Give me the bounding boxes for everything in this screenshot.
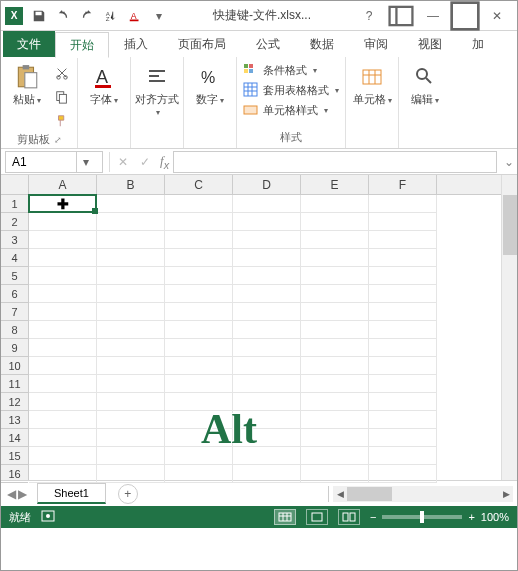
- cell[interactable]: [97, 411, 165, 429]
- col-header[interactable]: E: [301, 175, 369, 194]
- hscroll-right-icon[interactable]: ▶: [499, 489, 513, 499]
- row-header[interactable]: 15: [1, 447, 28, 465]
- cell[interactable]: [369, 213, 437, 231]
- cell[interactable]: [165, 267, 233, 285]
- cell[interactable]: [165, 339, 233, 357]
- zoom-in-icon[interactable]: +: [468, 511, 474, 523]
- cell[interactable]: [369, 303, 437, 321]
- copy-icon[interactable]: [51, 87, 73, 107]
- cell[interactable]: [97, 213, 165, 231]
- sheet-tab[interactable]: Sheet1: [37, 483, 106, 504]
- cell[interactable]: [369, 465, 437, 483]
- cell[interactable]: [369, 267, 437, 285]
- expand-formula-icon[interactable]: ⌄: [501, 155, 517, 169]
- row-header[interactable]: 5: [1, 267, 28, 285]
- row-header[interactable]: 9: [1, 339, 28, 357]
- fx-icon[interactable]: fx: [160, 153, 169, 171]
- cell[interactable]: [165, 195, 233, 213]
- name-box-dropdown-icon[interactable]: ▾: [76, 152, 94, 172]
- cell[interactable]: [97, 321, 165, 339]
- name-box[interactable]: ▾: [5, 151, 103, 173]
- tab-more[interactable]: 加: [457, 31, 499, 57]
- cell[interactable]: [301, 285, 369, 303]
- sheet-nav-prev-icon[interactable]: ◀: [7, 487, 16, 501]
- cells-area[interactable]: ✚: [29, 195, 501, 480]
- cell[interactable]: [233, 375, 301, 393]
- row-header[interactable]: 16: [1, 465, 28, 483]
- cell[interactable]: [233, 285, 301, 303]
- cell[interactable]: [369, 357, 437, 375]
- cell[interactable]: [165, 213, 233, 231]
- column-headers[interactable]: ABCDEF: [29, 175, 501, 195]
- row-header[interactable]: 2: [1, 213, 28, 231]
- cell[interactable]: [165, 249, 233, 267]
- cell[interactable]: [29, 249, 97, 267]
- cell[interactable]: [97, 231, 165, 249]
- font-color-icon[interactable]: A: [123, 4, 147, 28]
- row-headers[interactable]: 12345678910111213141516: [1, 195, 29, 480]
- close-icon[interactable]: ✕: [481, 4, 513, 28]
- cell[interactable]: [301, 339, 369, 357]
- cell[interactable]: [369, 393, 437, 411]
- cell[interactable]: [233, 303, 301, 321]
- tab-review[interactable]: 审阅: [349, 31, 403, 57]
- cell[interactable]: [369, 285, 437, 303]
- paste-button[interactable]: 粘贴▾: [5, 59, 49, 107]
- tab-formula[interactable]: 公式: [241, 31, 295, 57]
- cell[interactable]: [233, 465, 301, 483]
- cell[interactable]: [301, 393, 369, 411]
- row-header[interactable]: 13: [1, 411, 28, 429]
- cell[interactable]: [301, 357, 369, 375]
- cell[interactable]: [165, 231, 233, 249]
- zoom-out-icon[interactable]: −: [370, 511, 376, 523]
- cell[interactable]: [97, 267, 165, 285]
- cell[interactable]: [233, 267, 301, 285]
- cell[interactable]: [97, 447, 165, 465]
- cell[interactable]: [369, 321, 437, 339]
- conditional-format-button[interactable]: 条件格式▾: [241, 61, 341, 79]
- cell[interactable]: [29, 375, 97, 393]
- cell[interactable]: [233, 411, 301, 429]
- cell[interactable]: [165, 411, 233, 429]
- cell[interactable]: [97, 195, 165, 213]
- formula-input[interactable]: [173, 151, 497, 173]
- cell[interactable]: [301, 303, 369, 321]
- cell[interactable]: [369, 411, 437, 429]
- spreadsheet-grid[interactable]: ABCDEF 12345678910111213141516 ✚ Alt: [1, 175, 517, 480]
- cell[interactable]: [369, 429, 437, 447]
- row-header[interactable]: 12: [1, 393, 28, 411]
- tab-data[interactable]: 数据: [295, 31, 349, 57]
- cell[interactable]: [233, 213, 301, 231]
- row-header[interactable]: 10: [1, 357, 28, 375]
- col-header[interactable]: B: [97, 175, 165, 194]
- tab-layout[interactable]: 页面布局: [163, 31, 241, 57]
- cell[interactable]: [29, 339, 97, 357]
- cell[interactable]: [165, 465, 233, 483]
- cell[interactable]: [29, 213, 97, 231]
- cell[interactable]: [165, 321, 233, 339]
- cell[interactable]: [97, 393, 165, 411]
- cell[interactable]: [29, 411, 97, 429]
- col-header[interactable]: F: [369, 175, 437, 194]
- horizontal-scrollbar[interactable]: ◀ ▶: [333, 486, 513, 502]
- row-header[interactable]: 1: [1, 195, 28, 213]
- active-cell[interactable]: ✚: [28, 194, 97, 213]
- cell[interactable]: [233, 195, 301, 213]
- cell[interactable]: [97, 249, 165, 267]
- cell[interactable]: [301, 429, 369, 447]
- cell[interactable]: [233, 339, 301, 357]
- cell[interactable]: [301, 321, 369, 339]
- format-painter-icon[interactable]: [51, 111, 73, 131]
- minimize-icon[interactable]: —: [417, 4, 449, 28]
- cell[interactable]: [301, 249, 369, 267]
- cell[interactable]: [369, 195, 437, 213]
- cell[interactable]: [301, 267, 369, 285]
- cell[interactable]: [301, 411, 369, 429]
- ribbon-options-icon[interactable]: [385, 4, 417, 28]
- zoom-level[interactable]: 100%: [481, 511, 509, 523]
- cell[interactable]: [29, 465, 97, 483]
- cell[interactable]: [29, 447, 97, 465]
- cell[interactable]: [301, 447, 369, 465]
- add-sheet-button[interactable]: +: [118, 484, 138, 504]
- cell[interactable]: [301, 465, 369, 483]
